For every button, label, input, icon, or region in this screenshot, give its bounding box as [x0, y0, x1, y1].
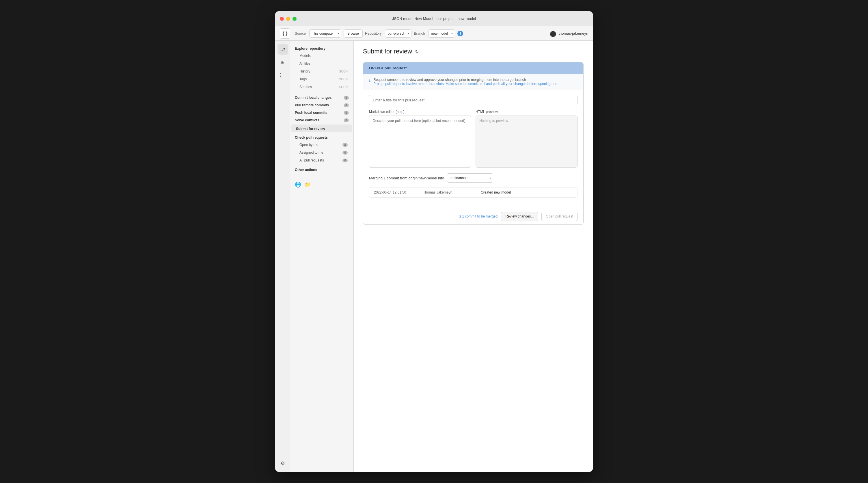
commit-date: 2022-06-14 12:01:50 — [374, 190, 423, 194]
info-icon: ℹ — [369, 78, 370, 86]
commits-table: 2022-06-14 12:01:50 Thomas Jakemeyn Crea… — [369, 187, 578, 198]
close-button[interactable] — [280, 17, 284, 21]
markdown-editor-section: Markdown editor (help) — [369, 110, 471, 169]
review-changes-button[interactable]: Review changes... — [501, 212, 538, 221]
page-title: Submit for review ↻ — [363, 48, 584, 55]
repository-select[interactable]: our-project — [385, 29, 411, 37]
merge-target-select[interactable]: origin/master — [447, 173, 493, 183]
source-label: Source — [295, 31, 306, 35]
nav-submit-review[interactable]: Submit for review — [291, 124, 352, 132]
sidebar-icons: ⎇ ⊞ ⋮⋮ ⚙ — [275, 41, 290, 472]
html-preview-content: Nothing to preview — [475, 116, 578, 168]
user-section: ⬤ thomas-jakemeyn — [550, 30, 588, 37]
panel-info: ℹ Request someone to review and approve … — [363, 74, 583, 90]
html-preview-section: HTML preview Nothing to preview — [475, 110, 578, 169]
nav-check-prs[interactable]: Check pull requests — [290, 133, 353, 141]
merge-target-wrapper: origin/master — [447, 173, 493, 183]
nav-all-pull-requests[interactable]: All pull requests 0 — [291, 157, 352, 164]
markdown-textarea[interactable] — [369, 116, 471, 168]
help-link[interactable]: help — [397, 110, 403, 114]
pull-request-panel: OPEN a pull request ℹ Request someone to… — [363, 62, 584, 225]
nav-open-by-me[interactable]: Open by me 0 — [291, 141, 352, 149]
browse-button[interactable]: Browse — [344, 29, 363, 37]
nav-item-all-files[interactable]: All files — [291, 60, 352, 67]
nav-assigned-to-me[interactable]: Assigned to me 0 — [291, 149, 352, 156]
nav-item-models[interactable]: Models — [291, 52, 352, 60]
nav-item-stashes[interactable]: Stashes SOON — [291, 83, 352, 91]
pro-tip-link[interactable]: Pro tip: pull requests involve remote br… — [373, 82, 558, 86]
commit-message: Created new model — [481, 190, 572, 194]
panel-body: Markdown editor (help) HTML preview Noth… — [363, 90, 583, 208]
repository-label: Repository — [365, 31, 381, 35]
branch-label: Branch — [414, 31, 425, 35]
sidebar-icon-apps[interactable]: ⋮⋮ — [278, 70, 288, 80]
panel-footer: ℹ 1 commit to be merged Review changes..… — [363, 208, 583, 224]
toolbar: { } Source This computer Browse Reposito… — [275, 26, 593, 41]
folder-icon[interactable]: 📁 — [305, 181, 311, 188]
branch-select-wrapper: new-model — [428, 29, 455, 37]
brand-logo: { } — [280, 28, 290, 39]
info-icon-small: ℹ — [459, 214, 461, 218]
info-icon[interactable]: i — [457, 31, 463, 36]
titlebar: JSON model New Model - our-project : new… — [275, 11, 593, 26]
branch-select[interactable]: new-model — [428, 29, 455, 37]
sidebar-bottom: 🌐 📁 — [290, 178, 353, 191]
explore-section-label[interactable]: Explore repository — [290, 44, 353, 52]
app-body: ⎇ ⊞ ⋮⋮ ⚙ Explore repository Models All f… — [275, 41, 593, 472]
nav-other-actions[interactable]: Other actions — [290, 165, 353, 173]
globe-icon[interactable]: 🌐 — [295, 181, 301, 188]
app-window: JSON model New Model - our-project : new… — [275, 11, 593, 472]
refresh-icon[interactable]: ↻ — [415, 49, 419, 54]
merge-row: Merging 1 commit from origin/new-model i… — [369, 173, 578, 183]
sidebar-nav: Explore repository Models All files Hist… — [290, 41, 354, 472]
editors-row: Markdown editor (help) HTML preview Noth… — [369, 110, 578, 169]
settings-icon[interactable]: ⚙ — [278, 458, 288, 468]
pr-title-input[interactable] — [369, 95, 578, 105]
sidebar-icon-grid[interactable]: ⊞ — [278, 57, 288, 67]
window-title: JSON model New Model - our-project : new… — [392, 17, 476, 21]
source-select-wrapper: This computer — [309, 29, 341, 37]
github-icon: ⬤ — [550, 30, 556, 37]
commits-to-merge-link[interactable]: ℹ 1 commit to be merged — [459, 214, 498, 218]
traffic-lights — [280, 17, 297, 21]
nav-solve-conflicts[interactable]: Solve conflicts 0 — [290, 116, 353, 123]
nav-commit-local[interactable]: Commit local changes 0 — [290, 93, 353, 101]
nav-item-history[interactable]: History SOON — [291, 68, 352, 75]
main-content: Submit for review ↻ OPEN a pull request … — [354, 41, 593, 472]
username: thomas-jakemeyn — [558, 31, 588, 35]
table-row: 2022-06-14 12:01:50 Thomas Jakemeyn Crea… — [369, 187, 577, 197]
markdown-label: Markdown editor (help) — [369, 110, 471, 114]
minimize-button[interactable] — [286, 17, 290, 21]
nav-pull-remote[interactable]: Pull remote commits 0 — [290, 101, 353, 108]
panel-header: OPEN a pull request — [363, 62, 583, 74]
source-select[interactable]: This computer — [309, 29, 341, 37]
open-pull-request-button[interactable]: Open pull request — [541, 212, 578, 221]
repository-select-wrapper: our-project — [385, 29, 411, 37]
nav-item-tags[interactable]: Tags SOON — [291, 76, 352, 83]
sidebar-icon-git[interactable]: ⎇ — [278, 44, 288, 55]
commit-author: Thomas Jakemeyn — [423, 190, 481, 194]
sidebar-icons-bottom: ⚙ — [278, 458, 288, 472]
merge-text: Merging 1 commit from origin/new-model i… — [369, 176, 444, 180]
nav-push-local[interactable]: Push local commits 0 — [290, 108, 353, 116]
maximize-button[interactable] — [292, 17, 297, 21]
html-preview-label: HTML preview — [475, 110, 578, 114]
